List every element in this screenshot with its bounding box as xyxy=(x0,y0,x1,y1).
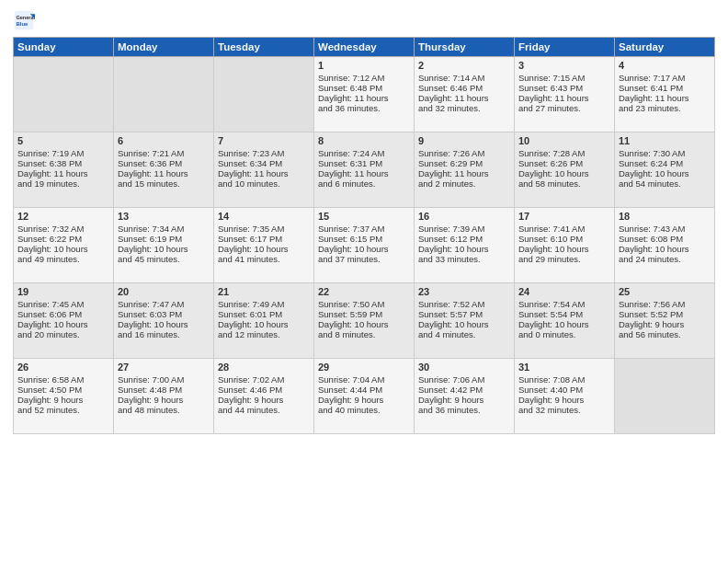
cell-content-line: Sunset: 6:03 PM xyxy=(118,309,210,319)
cell-content-line: and 49 minutes. xyxy=(17,254,109,264)
day-number: 15 xyxy=(318,211,410,222)
cell-content-line: Sunset: 6:41 PM xyxy=(619,83,711,93)
week-row-5: 26Sunrise: 6:58 AMSunset: 4:50 PMDayligh… xyxy=(14,359,715,434)
cell-content-line: and 4 minutes. xyxy=(418,329,510,339)
cell-content-line: and 0 minutes. xyxy=(518,329,610,339)
cell-content-line: Sunrise: 7:56 AM xyxy=(619,299,711,309)
cell-content-line: Sunset: 4:42 PM xyxy=(418,385,510,395)
calendar-body: 1Sunrise: 7:12 AMSunset: 6:48 PMDaylight… xyxy=(14,57,715,434)
cell-content-line: Sunset: 6:29 PM xyxy=(418,158,510,168)
day-cell-17: 17Sunrise: 7:41 AMSunset: 6:10 PMDayligh… xyxy=(515,208,615,283)
cell-content-line: Sunrise: 6:58 AM xyxy=(17,374,109,385)
day-cell-30: 30Sunrise: 7:06 AMSunset: 4:42 PMDayligh… xyxy=(415,359,515,434)
day-cell-16: 16Sunrise: 7:39 AMSunset: 6:12 PMDayligh… xyxy=(415,208,515,283)
cell-content-line: Sunrise: 7:23 AM xyxy=(218,148,310,158)
day-cell-14: 14Sunrise: 7:35 AMSunset: 6:17 PMDayligh… xyxy=(214,208,314,283)
cell-content-line: Sunset: 4:44 PM xyxy=(318,385,410,395)
day-cell-1: 1Sunrise: 7:12 AMSunset: 6:48 PMDaylight… xyxy=(314,57,415,132)
day-number: 8 xyxy=(318,135,410,146)
week-row-1: 1Sunrise: 7:12 AMSunset: 6:48 PMDaylight… xyxy=(14,57,715,132)
day-cell-11: 11Sunrise: 7:30 AMSunset: 6:24 PMDayligh… xyxy=(615,132,715,208)
day-number: 14 xyxy=(218,211,310,222)
day-number: 22 xyxy=(318,286,410,297)
cell-content-line: and 27 minutes. xyxy=(518,103,610,113)
cell-content-line: Sunset: 4:48 PM xyxy=(118,385,210,395)
day-cell-18: 18Sunrise: 7:43 AMSunset: 6:08 PMDayligh… xyxy=(615,208,715,283)
cell-content-line: Sunset: 6:48 PM xyxy=(318,83,410,93)
cell-content-line: Sunrise: 7:39 AM xyxy=(418,224,510,234)
cell-content-line: Daylight: 10 hours xyxy=(418,244,510,254)
day-number: 17 xyxy=(518,211,610,222)
cell-content-line: and 32 minutes. xyxy=(518,405,610,415)
cell-content-line: Sunset: 6:15 PM xyxy=(318,234,410,244)
cell-content-line: Sunset: 6:08 PM xyxy=(619,234,711,244)
cell-content-line: and 2 minutes. xyxy=(418,178,510,189)
cell-content-line: Daylight: 11 hours xyxy=(17,168,109,178)
cell-content-line: Sunrise: 7:49 AM xyxy=(218,299,310,309)
empty-cell xyxy=(615,359,715,434)
cell-content-line: Sunset: 5:54 PM xyxy=(518,309,610,319)
cell-content-line: Daylight: 10 hours xyxy=(518,168,610,178)
day-cell-12: 12Sunrise: 7:32 AMSunset: 6:22 PMDayligh… xyxy=(14,208,114,283)
cell-content-line: Sunrise: 7:43 AM xyxy=(619,224,711,234)
cell-content-line: Sunset: 6:46 PM xyxy=(418,83,510,93)
day-number: 13 xyxy=(118,211,210,222)
cell-content-line: Sunrise: 7:34 AM xyxy=(118,224,210,234)
day-number: 31 xyxy=(518,362,610,373)
cell-content-line: Daylight: 10 hours xyxy=(318,244,410,254)
day-number: 9 xyxy=(418,135,510,146)
day-cell-9: 9Sunrise: 7:26 AMSunset: 6:29 PMDaylight… xyxy=(415,132,515,208)
cell-content-line: Daylight: 10 hours xyxy=(17,319,109,329)
cell-content-line: Sunrise: 7:00 AM xyxy=(118,374,210,385)
empty-cell xyxy=(114,57,214,132)
cell-content-line: Sunrise: 7:21 AM xyxy=(118,148,210,158)
cell-content-line: and 8 minutes. xyxy=(318,329,410,339)
day-header-tuesday: Tuesday xyxy=(214,38,314,57)
cell-content-line: and 37 minutes. xyxy=(318,254,410,264)
day-header-friday: Friday xyxy=(515,38,615,57)
cell-content-line: Daylight: 10 hours xyxy=(418,319,510,329)
day-header-wednesday: Wednesday xyxy=(314,38,415,57)
cell-content-line: Daylight: 10 hours xyxy=(118,244,210,254)
cell-content-line: Daylight: 9 hours xyxy=(218,395,310,405)
day-number: 10 xyxy=(518,135,610,146)
cell-content-line: and 48 minutes. xyxy=(118,405,210,415)
day-number: 4 xyxy=(619,60,711,71)
cell-content-line: and 10 minutes. xyxy=(218,178,310,189)
cell-content-line: and 15 minutes. xyxy=(118,178,210,189)
days-header-row: SundayMondayTuesdayWednesdayThursdayFrid… xyxy=(14,38,715,57)
cell-content-line: Sunrise: 7:28 AM xyxy=(518,148,610,158)
cell-content-line: Sunset: 6:10 PM xyxy=(518,234,610,244)
cell-content-line: and 32 minutes. xyxy=(418,103,510,113)
cell-content-line: Daylight: 9 hours xyxy=(17,395,109,405)
day-number: 3 xyxy=(518,60,610,71)
cell-content-line: Daylight: 10 hours xyxy=(619,168,711,178)
cell-content-line: Sunset: 6:43 PM xyxy=(518,83,610,93)
day-cell-26: 26Sunrise: 6:58 AMSunset: 4:50 PMDayligh… xyxy=(14,359,114,434)
cell-content-line: Daylight: 11 hours xyxy=(518,93,610,103)
cell-content-line: and 36 minutes. xyxy=(318,103,410,113)
day-number: 26 xyxy=(17,362,109,373)
day-number: 27 xyxy=(118,362,210,373)
cell-content-line: and 54 minutes. xyxy=(619,178,711,189)
cell-content-line: and 41 minutes. xyxy=(218,254,310,264)
empty-cell xyxy=(214,57,314,132)
calendar-table: SundayMondayTuesdayWednesdayThursdayFrid… xyxy=(13,37,715,434)
cell-content-line: Daylight: 10 hours xyxy=(118,319,210,329)
day-number: 29 xyxy=(318,362,410,373)
cell-content-line: Sunset: 6:38 PM xyxy=(17,158,109,168)
day-number: 11 xyxy=(619,135,711,146)
cell-content-line: Sunset: 5:59 PM xyxy=(318,309,410,319)
cell-content-line: Sunset: 6:19 PM xyxy=(118,234,210,244)
cell-content-line: Daylight: 11 hours xyxy=(218,168,310,178)
cell-content-line: Sunrise: 7:12 AM xyxy=(318,73,410,83)
cell-content-line: and 56 minutes. xyxy=(619,329,711,339)
logo-icon: General Blue xyxy=(13,9,35,31)
day-number: 28 xyxy=(218,362,310,373)
week-row-3: 12Sunrise: 7:32 AMSunset: 6:22 PMDayligh… xyxy=(14,208,715,283)
day-cell-3: 3Sunrise: 7:15 AMSunset: 6:43 PMDaylight… xyxy=(515,57,615,132)
day-number: 21 xyxy=(218,286,310,297)
day-cell-19: 19Sunrise: 7:45 AMSunset: 6:06 PMDayligh… xyxy=(14,283,114,359)
cell-content-line: Sunrise: 7:54 AM xyxy=(518,299,610,309)
day-header-sunday: Sunday xyxy=(14,38,114,57)
